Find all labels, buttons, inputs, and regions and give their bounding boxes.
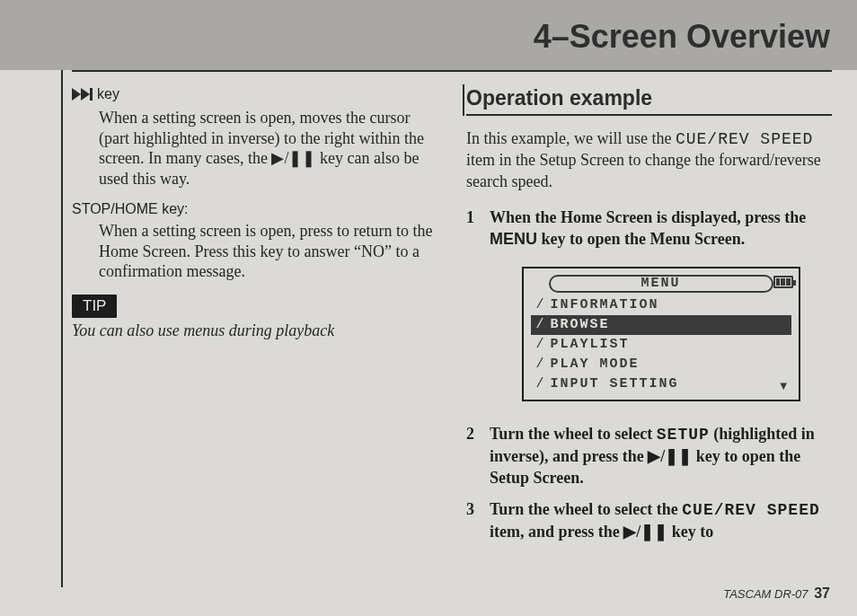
tip-text: You can also use menus during playback xyxy=(72,321,437,340)
step2-mono: SETUP xyxy=(657,426,710,444)
step1-a: When the Home Screen is displayed, press… xyxy=(490,208,806,226)
menu-screenshot: MENU /INFORMATION /BROWSE /PLAYLIST /PLA… xyxy=(522,267,800,401)
footer-model: TASCAM DR-07 xyxy=(723,587,808,601)
menu-item-label: INPUT SETTING xyxy=(551,375,679,393)
tip-badge: TIP xyxy=(72,295,117,318)
ffwd-key-body: When a setting screen is open, moves the… xyxy=(99,108,437,189)
menu-item-label: BROWSE xyxy=(551,316,610,334)
menu-topbar: MENU xyxy=(531,274,791,294)
scroll-down-icon: ▼ xyxy=(778,378,790,394)
operation-example-title: Operation example xyxy=(466,86,832,116)
menu-item-playlist: /PLAYLIST xyxy=(531,335,791,355)
steps-list: When the Home Screen is displayed, press… xyxy=(466,207,832,542)
step-2: Turn the wheel to select SETUP (highligh… xyxy=(466,423,832,489)
svg-rect-2 xyxy=(90,88,93,101)
right-column: Operation example In this example, we wi… xyxy=(466,86,832,587)
step3-mono: CUE/REV SPEED xyxy=(682,501,819,519)
page-footer: TASCAM DR-07 37 xyxy=(723,585,830,602)
intro-mono: CUE/REV SPEED xyxy=(676,130,813,148)
left-column: key When a setting screen is open, moves… xyxy=(72,86,437,587)
svg-marker-0 xyxy=(72,88,81,101)
chapter-title: 4–Screen Overview xyxy=(72,18,830,56)
stop-home-body: When a setting screen is open, press to … xyxy=(99,221,437,282)
next-track-icon xyxy=(72,88,95,101)
ffwd-key-heading: key xyxy=(72,86,437,102)
menu-title: MENU xyxy=(549,275,773,293)
step2-a: Turn the wheel to select xyxy=(490,425,657,443)
svg-marker-1 xyxy=(81,88,90,101)
operation-intro: In this example, we will use the CUE/REV… xyxy=(466,128,832,192)
intro-pre: In this example, we will use the xyxy=(466,129,676,147)
battery-icon xyxy=(773,276,793,288)
stop-home-heading: STOP/HOME key: xyxy=(72,201,437,217)
ffwd-key-label: key xyxy=(97,86,119,102)
manual-page: 4–Screen Overview key When a setting scr… xyxy=(0,0,857,616)
step-1: When the Home Screen is displayed, press… xyxy=(466,207,832,401)
menu-item-label: PLAY MODE xyxy=(551,356,640,374)
side-rule xyxy=(61,70,63,587)
step3-b: item, and press the ▶/❚❚ key to xyxy=(490,523,713,541)
menu-item-input: /INPUT SETTING xyxy=(531,374,791,394)
columns: key When a setting screen is open, moves… xyxy=(72,86,832,587)
menu-item-browse: /BROWSE xyxy=(531,315,791,335)
header-rule xyxy=(72,70,832,72)
step-3: Turn the wheel to select the CUE/REV SPE… xyxy=(466,498,832,543)
menu-item-playmode: /PLAY MODE xyxy=(531,355,791,374)
menu-item-label: INFORMATION xyxy=(551,296,659,314)
step1-b: key to open the Menu Screen. xyxy=(537,230,745,248)
intro-post: item in the Setup Screen to change the f… xyxy=(466,151,821,189)
menu-item-information: /INFORMATION xyxy=(531,295,791,315)
step1-menu-key: MENU xyxy=(490,230,537,248)
menu-item-label: PLAYLIST xyxy=(551,336,630,354)
step3-a: Turn the wheel to select the xyxy=(490,500,682,518)
footer-page-number: 37 xyxy=(814,585,830,601)
